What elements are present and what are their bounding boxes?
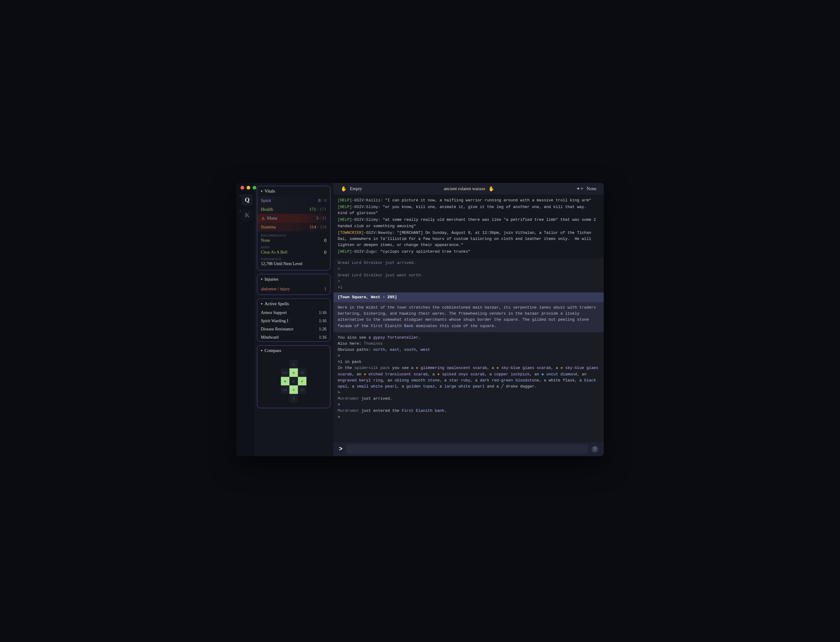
- window-controls: [240, 186, 256, 190]
- story-scroll[interactable]: [HELP]-GSIV:Kailii: "I can picture it no…: [334, 195, 604, 441]
- spell-time: 1:16: [319, 335, 326, 340]
- vitals-header[interactable]: Vitals: [257, 186, 330, 196]
- story-line: >: [338, 390, 600, 396]
- item-link[interactable]: golden topaz: [406, 384, 435, 389]
- spell-time: 1:16: [319, 319, 326, 323]
- close-icon[interactable]: [240, 186, 244, 190]
- item-link[interactable]: sky-blue glaes scarab: [501, 366, 551, 370]
- story-line: Great Lord Strelkor just arrived.: [338, 260, 600, 266]
- item-link[interactable]: large white pearl: [444, 384, 485, 389]
- story-line: >: [338, 353, 600, 359]
- story-line: In the spidersilk pack you see a ✹ glimm…: [338, 365, 600, 390]
- active-spells-header[interactable]: Active Spells: [257, 299, 330, 309]
- item-link[interactable]: copper lockpick: [494, 372, 530, 376]
- active-spells-panel: Active Spells Armor Support1:16Spirit Wa…: [257, 298, 331, 342]
- compass-nw: nw: [281, 368, 289, 377]
- left-hand-label: Empty: [350, 186, 362, 191]
- item-link[interactable]: star ruby: [449, 378, 470, 383]
- vital-value: 171 / 171: [309, 207, 326, 212]
- story-line: >: [338, 402, 600, 408]
- item-link[interactable]: spiked onyx scarab: [442, 372, 484, 376]
- experience-value: 12,798 Until Next Level: [261, 261, 302, 266]
- vital-spirit: Spirit 8 / 8: [257, 196, 330, 205]
- compass-n[interactable]: n: [289, 368, 298, 377]
- exit-east[interactable]: east: [390, 347, 399, 352]
- spell-row: Disease Resistance1:26: [257, 325, 330, 333]
- vital-health: Health 171 / 171: [257, 205, 330, 214]
- story-line: Great Lord Strelkor just went north.: [338, 272, 600, 279]
- session-index: 1: [239, 194, 241, 198]
- spell-time: 1:16: [319, 310, 326, 315]
- encumbrance-label: ENCUMBRANCE: [261, 234, 326, 237]
- channel-line: [HELP]-GSIV:Kailii: "I can picture it no…: [338, 198, 600, 203]
- story-line: You also see a gypsy fortuneteller.: [338, 335, 600, 341]
- injuries-header[interactable]: Injuries: [257, 274, 330, 284]
- main-area: ✋ Empty ancient rolaren waraxe ✋ ✦✧ None…: [334, 183, 604, 456]
- spell-name: Mindward: [261, 335, 279, 340]
- spell-time: 1:26: [319, 327, 326, 332]
- gem-icon: ✹: [416, 366, 418, 370]
- item-link[interactable]: white flask: [548, 378, 574, 383]
- command-input[interactable]: [346, 444, 588, 454]
- item-link[interactable]: etched translucent scarab: [368, 372, 428, 376]
- prompt-icon: >: [339, 446, 342, 452]
- session-tile: Q: [242, 195, 253, 205]
- diamond-icon: ◆: [542, 372, 544, 376]
- sparkle-icon: ✦✧: [576, 186, 584, 191]
- injury-row: abdomen / injury 1: [257, 284, 330, 295]
- link[interactable]: First Elanith bank: [402, 409, 444, 413]
- exit-north[interactable]: north: [373, 347, 385, 352]
- experience-label: EXPERIENCE: [261, 258, 326, 261]
- app-window: 1 Q 2 K Vitals Spirit 8 / 8 Health 171 /…: [236, 183, 604, 456]
- item-link[interactable]: dark red-green bloodstone: [480, 378, 539, 383]
- spell-label: None: [587, 186, 597, 191]
- channel-line: [HELP]-GSIV:Slimy: "or you know, kill on…: [338, 204, 600, 216]
- command-bar: > ?: [334, 441, 604, 456]
- exit-south[interactable]: south: [404, 347, 416, 352]
- session-tile: K: [242, 209, 253, 220]
- item-link[interactable]: small white pearl: [357, 384, 397, 389]
- compass-header[interactable]: Compass: [257, 345, 330, 356]
- mind-value: Clear As A Bell: [261, 250, 288, 255]
- session-tab-2[interactable]: 2 K: [238, 209, 253, 220]
- wand-icon: ╱: [501, 384, 504, 389]
- right-hand[interactable]: ancient rolaren waraxe ✋: [444, 186, 495, 191]
- help-button[interactable]: ?: [592, 446, 598, 452]
- exit-west[interactable]: west: [421, 347, 430, 352]
- link-bank[interactable]: Bank: [404, 324, 414, 328]
- injury-label: abdomen / injury: [261, 287, 290, 292]
- mind-num: 0: [324, 250, 326, 255]
- story-line: Obvious paths: north, east, south, west: [338, 347, 600, 353]
- encumbrance-value: None: [261, 238, 270, 243]
- zoom-icon[interactable]: [253, 186, 256, 190]
- item-link[interactable]: drake dagger: [506, 384, 535, 389]
- compass-grid: unwnnewoeswssed: [257, 356, 330, 408]
- story-line: >l: [338, 285, 600, 291]
- item-link[interactable]: engraved beryl ring: [338, 378, 383, 383]
- item-link[interactable]: glimmering opalescent scarab: [421, 366, 487, 370]
- story-line: >l in pack: [338, 359, 600, 365]
- story-line: Murdrumor just arrived.: [338, 396, 600, 402]
- vital-label: Spirit: [261, 198, 271, 203]
- left-hand[interactable]: ✋ Empty: [341, 186, 362, 191]
- item-link[interactable]: uncut diamond: [546, 372, 577, 376]
- vital-stamina: Stamina 114 / 114: [257, 223, 330, 232]
- story-log-after: You also see a gypsy fortuneteller.Also …: [334, 332, 604, 420]
- spell-slot[interactable]: ✦✧ None: [576, 186, 597, 191]
- channel-log: [HELP]-GSIV:Kailii: "I can picture it no…: [334, 195, 604, 258]
- compass-w[interactable]: w: [281, 377, 289, 385]
- compass-u: u: [289, 360, 298, 368]
- hand-icon: ✋: [488, 186, 495, 191]
- compass-s[interactable]: s: [289, 385, 298, 394]
- vital-value: 3 / 31: [316, 216, 326, 221]
- story-log: Great Lord Strelkor just arrived.>Great …: [334, 258, 604, 292]
- session-tab-1[interactable]: 1 Q: [238, 195, 253, 205]
- compass-ne: ne: [298, 368, 306, 377]
- minimize-icon[interactable]: [246, 186, 250, 190]
- session-rail: 1 Q 2 K: [236, 183, 255, 456]
- vital-label: Stamina: [261, 224, 276, 230]
- story-line: >: [338, 266, 600, 272]
- gem-icon: ✹: [560, 366, 563, 370]
- compass-e[interactable]: e: [298, 377, 306, 385]
- item-link[interactable]: oblong smooth stone: [394, 378, 439, 383]
